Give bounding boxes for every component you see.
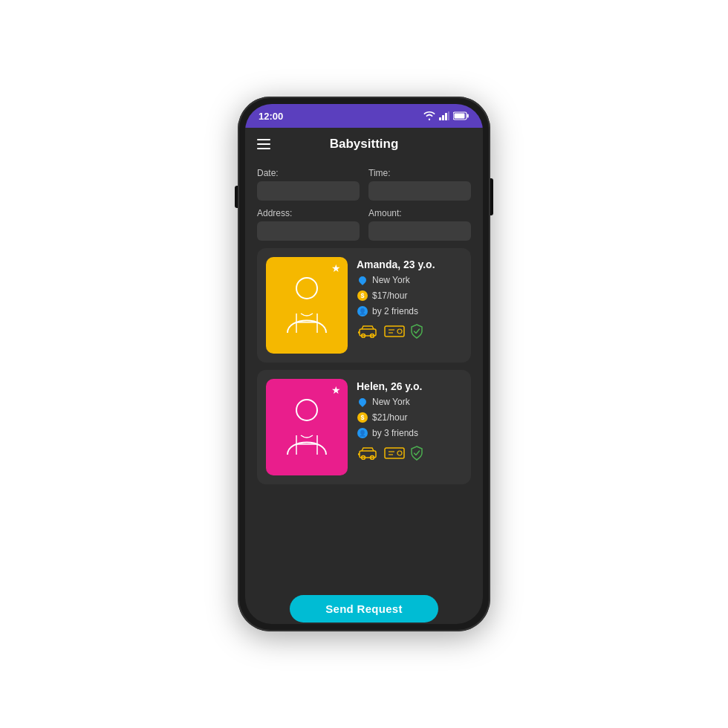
- svg-rect-2: [445, 113, 447, 120]
- star-icon-amanda: ★: [331, 262, 341, 274]
- location-text-helen: New York: [372, 397, 410, 407]
- badges-row-amanda: [357, 324, 462, 339]
- avatar-amanda: ★: [266, 257, 348, 354]
- badges-row-helen: [357, 446, 462, 461]
- sitter-card-helen[interactable]: ★ Helen, 26 y.o.: [257, 370, 471, 484]
- rate-icon-amanda: $: [357, 290, 368, 302]
- friends-row-helen: 👤 by 3 friends: [357, 427, 462, 439]
- rate-text-amanda: $17/hour: [372, 290, 407, 301]
- svg-point-16: [296, 400, 317, 420]
- shield-icon-amanda: [410, 324, 423, 339]
- location-row-helen: New York: [357, 396, 462, 408]
- rate-icon-helen: $: [357, 412, 368, 423]
- power-button: [490, 178, 493, 215]
- location-icon-helen: [357, 396, 368, 408]
- id-card-icon-amanda: [384, 325, 405, 338]
- date-field-group: Date:: [257, 168, 360, 201]
- friends-row-amanda: 👤 by 2 friends: [357, 305, 462, 317]
- status-time: 12:00: [259, 111, 283, 122]
- avatar-figure-amanda: [280, 272, 334, 339]
- location-icon-amanda: [357, 274, 368, 286]
- location-row-amanda: New York: [357, 274, 462, 286]
- app-header: Babysitting: [245, 128, 483, 160]
- sitter-info-helen: Helen, 26 y.o. New York $ $21/hour: [357, 379, 462, 461]
- svg-rect-5: [467, 114, 469, 118]
- svg-rect-1: [442, 115, 444, 120]
- shield-icon-helen: [410, 446, 423, 461]
- date-label: Date:: [257, 168, 360, 178]
- svg-point-7: [296, 278, 317, 299]
- svg-rect-11: [358, 331, 360, 334]
- car-icon-amanda: [357, 325, 379, 338]
- sitter-card-amanda[interactable]: ★ Amanda, 23 y.o.: [257, 248, 471, 363]
- svg-point-15: [397, 329, 402, 334]
- send-request-button[interactable]: Send Request: [290, 595, 438, 623]
- svg-rect-20: [358, 453, 360, 455]
- amount-input[interactable]: [368, 221, 471, 241]
- svg-rect-6: [455, 114, 465, 119]
- form-row-date-time: Date: Time:: [257, 168, 471, 201]
- battery-icon: [453, 111, 469, 120]
- content-area: Date: Time: Address: Amount:: [245, 160, 483, 592]
- sitter-name-helen: Helen, 26 y.o.: [357, 380, 462, 392]
- date-input[interactable]: [257, 181, 360, 201]
- app-title: Babysitting: [330, 137, 399, 152]
- sitter-name-amanda: Amanda, 23 y.o.: [357, 259, 462, 270]
- address-field-group: Address:: [257, 208, 360, 241]
- friends-icon-amanda: 👤: [357, 305, 368, 317]
- status-bar: 12:00: [245, 104, 483, 128]
- phone-frame: 12:00: [238, 97, 490, 631]
- form-row-address-amount: Address: Amount:: [257, 208, 471, 241]
- sitter-info-amanda: Amanda, 23 y.o. New York $ $17/hour: [357, 257, 462, 339]
- svg-rect-12: [385, 326, 404, 337]
- avatar-helen: ★: [266, 379, 348, 475]
- signal-icon: [439, 111, 449, 120]
- car-icon-helen: [357, 446, 379, 460]
- location-text-amanda: New York: [372, 275, 410, 285]
- amount-label: Amount:: [368, 208, 471, 218]
- address-input[interactable]: [257, 221, 360, 241]
- volume-button: [235, 186, 238, 208]
- friends-text-helen: by 3 friends: [372, 428, 418, 438]
- friends-icon-helen: 👤: [357, 427, 368, 439]
- svg-rect-0: [439, 117, 441, 120]
- avatar-figure-helen: [280, 394, 334, 461]
- svg-point-24: [397, 451, 402, 455]
- svg-rect-21: [385, 448, 404, 458]
- star-icon-helen: ★: [331, 384, 341, 396]
- rate-row-helen: $ $21/hour: [357, 412, 462, 423]
- address-label: Address:: [257, 208, 360, 218]
- status-icons: [423, 111, 469, 120]
- time-input[interactable]: [368, 181, 471, 201]
- friends-text-amanda: by 2 friends: [372, 306, 418, 316]
- time-label: Time:: [368, 168, 471, 178]
- wifi-icon: [423, 111, 435, 120]
- rate-text-helen: $21/hour: [372, 412, 407, 423]
- rate-row-amanda: $ $17/hour: [357, 290, 462, 302]
- send-request-wrap: Send Request: [245, 592, 483, 624]
- hamburger-menu[interactable]: [257, 139, 270, 149]
- time-field-group: Time:: [368, 168, 471, 201]
- phone-screen: 12:00: [245, 104, 483, 624]
- id-card-icon-helen: [384, 446, 405, 460]
- svg-rect-3: [448, 111, 449, 120]
- amount-field-group: Amount:: [368, 208, 471, 241]
